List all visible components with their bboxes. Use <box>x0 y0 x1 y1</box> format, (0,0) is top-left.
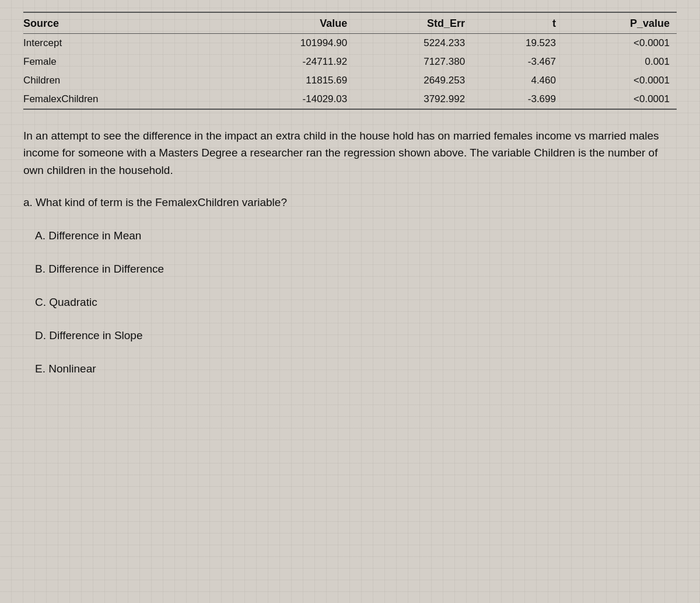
table-cell-3-4: <0.0001 <box>563 90 677 109</box>
answer-option-c[interactable]: C. Quadratic <box>23 296 677 309</box>
table-cell-2-3: 4.460 <box>472 71 563 90</box>
table-cell-3-3: -3.699 <box>472 90 563 109</box>
table-cell-2-1: 11815.69 <box>223 71 354 90</box>
table-cell-3-0: FemalexChildren <box>23 90 223 109</box>
table-cell-0-0: Intercept <box>23 34 223 53</box>
col-header-p-value: P_value <box>563 12 677 34</box>
table-cell-1-0: Female <box>23 53 223 71</box>
answer-option-d[interactable]: D. Difference in Slope <box>23 329 677 342</box>
table-cell-0-2: 5224.233 <box>354 34 472 53</box>
table-cell-0-3: 19.523 <box>472 34 563 53</box>
table-cell-1-3: -3.467 <box>472 53 563 71</box>
table-row: FemalexChildren-14029.033792.992-3.699<0… <box>23 90 677 109</box>
table-cell-1-2: 7127.380 <box>354 53 472 71</box>
table-cell-0-4: <0.0001 <box>563 34 677 53</box>
question-text: a. What kind of term is the FemalexChild… <box>23 196 677 209</box>
table-row: Female-24711.927127.380-3.4670.001 <box>23 53 677 71</box>
table-cell-0-1: 101994.90 <box>223 34 354 53</box>
table-row: Children11815.692649.2534.460<0.0001 <box>23 71 677 90</box>
table-row: Intercept101994.905224.23319.523<0.0001 <box>23 34 677 53</box>
answer-option-a[interactable]: A. Difference in Mean <box>23 229 677 242</box>
table-cell-2-0: Children <box>23 71 223 90</box>
table-cell-2-2: 2649.253 <box>354 71 472 90</box>
table-cell-3-1: -14029.03 <box>223 90 354 109</box>
table-cell-1-4: 0.001 <box>563 53 677 71</box>
table-cell-1-1: -24711.92 <box>223 53 354 71</box>
col-header-value: Value <box>223 12 354 34</box>
col-header-std-err: Std_Err <box>354 12 472 34</box>
description-paragraph: In an attempt to see the difference in t… <box>23 127 665 179</box>
regression-table: Source Value Std_Err t P_value Intercept… <box>23 12 677 110</box>
answer-option-e[interactable]: E. Nonlinear <box>23 363 677 375</box>
table-cell-3-2: 3792.992 <box>354 90 472 109</box>
answer-option-b[interactable]: B. Difference in Difference <box>23 263 677 276</box>
col-header-t: t <box>472 12 563 34</box>
col-header-source: Source <box>23 12 223 34</box>
table-cell-2-4: <0.0001 <box>563 71 677 90</box>
